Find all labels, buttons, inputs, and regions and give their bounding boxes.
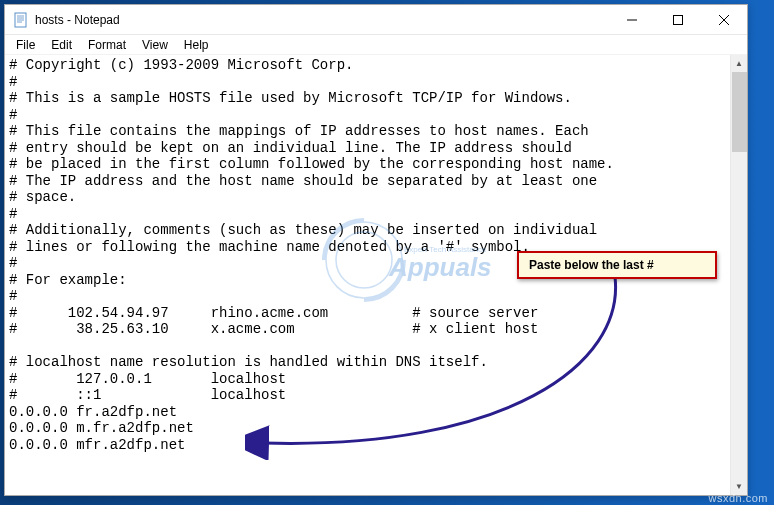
menu-view[interactable]: View xyxy=(135,37,175,53)
menu-file[interactable]: File xyxy=(9,37,42,53)
image-credit: wsxdn.com xyxy=(708,492,768,504)
menu-bar: File Edit Format View Help xyxy=(5,35,747,55)
maximize-button[interactable] xyxy=(655,5,701,34)
callout-text: Paste below the last # xyxy=(529,258,654,272)
notepad-icon xyxy=(13,12,29,28)
notepad-window: hosts - Notepad File Edit Format View He… xyxy=(4,4,748,496)
close-button[interactable] xyxy=(701,5,747,34)
annotation-callout: Paste below the last # xyxy=(517,251,717,279)
svg-rect-6 xyxy=(674,15,683,24)
window-controls xyxy=(609,5,747,34)
window-title: hosts - Notepad xyxy=(35,13,609,27)
title-bar: hosts - Notepad xyxy=(5,5,747,35)
menu-format[interactable]: Format xyxy=(81,37,133,53)
scroll-up-button[interactable]: ▲ xyxy=(731,55,747,72)
minimize-button[interactable] xyxy=(609,5,655,34)
menu-edit[interactable]: Edit xyxy=(44,37,79,53)
vertical-scrollbar[interactable]: ▲ ▼ xyxy=(730,55,747,495)
scroll-thumb[interactable] xyxy=(732,72,747,152)
menu-help[interactable]: Help xyxy=(177,37,216,53)
